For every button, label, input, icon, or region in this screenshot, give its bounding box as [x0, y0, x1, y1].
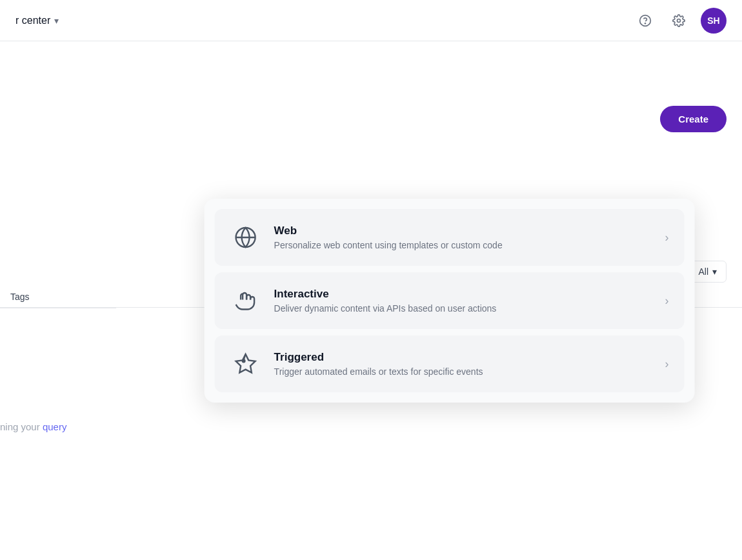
web-option[interactable]: Web Personalize web content using templa…: [215, 209, 685, 266]
query-highlight: query: [43, 421, 67, 432]
interactive-chevron-icon: ›: [665, 294, 669, 308]
triggered-title: Triggered: [274, 351, 652, 364]
type-selection-popup: Web Personalize web content using templa…: [205, 199, 695, 403]
interactive-description: Deliver dynamic content via APIs based o…: [274, 303, 652, 314]
settings-button[interactable]: [667, 9, 690, 32]
interactive-title: Interactive: [274, 288, 652, 301]
web-content: Web Personalize web content using templa…: [274, 225, 652, 250]
header-right: SH: [634, 8, 727, 34]
web-icon: [230, 222, 261, 253]
header-left: r center ▾: [15, 15, 59, 26]
triggered-description: Trigger automated emails or texts for sp…: [274, 366, 652, 377]
triggered-chevron-icon: ›: [665, 357, 669, 371]
query-prefix: ning your: [0, 421, 43, 432]
svg-point-6: [242, 359, 246, 363]
svg-point-2: [677, 19, 681, 22]
filter-chevron-icon: ▾: [712, 266, 717, 277]
create-button[interactable]: Create: [660, 106, 727, 132]
chevron-down-icon[interactable]: ▾: [54, 15, 59, 26]
web-title: Web: [274, 225, 652, 237]
triggered-content: Triggered Trigger automated emails or te…: [274, 351, 652, 377]
web-description: Personalize web content using templates …: [274, 240, 652, 250]
triggered-icon: [230, 348, 261, 379]
tags-label: Tags: [0, 286, 116, 308]
gear-icon: [672, 14, 685, 27]
svg-marker-5: [236, 354, 256, 373]
triggered-option[interactable]: Triggered Trigger automated emails or te…: [215, 335, 685, 392]
interactive-option[interactable]: Interactive Deliver dynamic content via …: [215, 272, 685, 329]
interactive-icon: [230, 285, 261, 316]
filter-value: All: [698, 266, 708, 277]
help-button[interactable]: [634, 9, 657, 32]
query-text: ning your query: [0, 421, 66, 432]
header-title: r center: [15, 15, 50, 26]
interactive-content: Interactive Deliver dynamic content via …: [274, 288, 652, 314]
question-icon: [639, 14, 652, 27]
main-content: Create d By: All ▾ Tags ning your query …: [0, 41, 742, 560]
avatar[interactable]: SH: [701, 8, 727, 34]
header: r center ▾ SH: [0, 0, 742, 41]
web-chevron-icon: ›: [665, 231, 669, 245]
